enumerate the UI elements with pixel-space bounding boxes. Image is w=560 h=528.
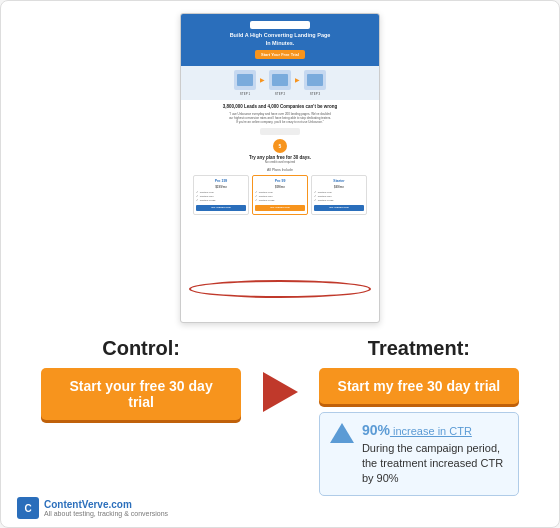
lp-trial-circle: 5 [273, 139, 287, 153]
lp-plan-feature: ✓ Feature One [255, 191, 305, 194]
cv-brand-name: ContentVerve.com [44, 499, 168, 510]
lp-step-2: STEP 2 [269, 70, 291, 96]
cv-icon-letter: C [24, 503, 31, 514]
lp-step-arrow-2: ▶ [295, 76, 300, 83]
lp-plan-name-pro199: Pro 199 [196, 179, 246, 183]
lp-trial-sub: No credit card required [189, 160, 371, 164]
lp-plan-price-pro99: $99/mo [255, 185, 305, 189]
lp-plan-starter: Starter $49/mo ✓ Feature One ✓ Feature T… [311, 175, 367, 215]
lp-plans: Pro 199 $199/mo ✓ Feature One ✓ Feature … [189, 175, 371, 215]
lp-body: 3,800,000 Leads and 4,000 Companies can'… [181, 100, 379, 225]
treatment-label: Treatment: [368, 337, 470, 360]
lp-plan-feature: ✓ Feature One [314, 191, 364, 194]
ctr-percent-value: 90% [362, 422, 390, 438]
direction-arrow-icon [263, 372, 298, 412]
lp-screenshot: Build A High Converting Landing PageIn M… [180, 13, 380, 323]
lp-plans-label: All Plans Include [189, 168, 371, 172]
lp-plan-cta-pro199[interactable]: Get Started Now [196, 205, 246, 211]
lp-step-3: STEP 3 [304, 70, 326, 96]
lp-plan-feature: ✓ Feature Two [314, 195, 364, 198]
cv-tagline: All about testing, tracking & conversion… [44, 510, 168, 517]
cv-name-main: ContentVerve [44, 499, 108, 510]
lp-header: Build A High Converting Landing PageIn M… [181, 14, 379, 66]
main-container: Build A High Converting Landing PageIn M… [0, 0, 560, 528]
ctr-up-arrow-icon [330, 423, 354, 443]
content-verve-brand: C ContentVerve.com All about testing, tr… [17, 497, 168, 519]
cv-text-block: ContentVerve.com All about testing, trac… [44, 499, 168, 517]
content-verve-icon: C [17, 497, 39, 519]
lp-plan-feature: ✓ Feature One [196, 191, 246, 194]
treatment-cta-button[interactable]: Start my free 30 day trial [319, 368, 519, 404]
ctr-description: During the campaign period, the treatmen… [362, 442, 503, 485]
lp-trial-section: 5 Try any plan free for 30 days. No cred… [189, 139, 371, 164]
ctr-text: 90% increase in CTR During the campaign … [362, 421, 508, 487]
lp-plan-feature: ✓ Feature Three [314, 199, 364, 202]
lp-plan-price-starter: $49/mo [314, 185, 364, 189]
cv-tld: .com [108, 499, 131, 510]
lp-plan-feature: ✓ Feature Two [255, 195, 305, 198]
lp-social-proof-headline: 3,800,000 Leads and 4,000 Companies can'… [189, 104, 371, 109]
lp-plan-feature: ✓ Feature Three [196, 199, 246, 202]
lp-plan-pro199: Pro 199 $199/mo ✓ Feature One ✓ Feature … [193, 175, 249, 215]
lp-plan-feature: ✓ Feature Three [255, 199, 305, 202]
lp-steps-row: STEP 1 ▶ STEP 2 ▶ STEP 3 [181, 66, 379, 100]
lp-plan-name-pro99: Pro 99 [255, 179, 305, 183]
control-label: Control: [102, 337, 180, 360]
lp-plan-cta-pro99[interactable]: Get Started Now [255, 205, 305, 211]
ctr-increase-label: increase in CTR [390, 425, 472, 437]
lp-kissmetrics [189, 128, 371, 135]
lp-step-arrow-1: ▶ [260, 76, 265, 83]
arrow-container [255, 372, 305, 412]
bottom-section: Control: Start your free 30 day trial Tr… [17, 337, 543, 496]
lp-plan-pro99: Pro 99 $99/mo ✓ Feature One ✓ Feature Tw… [252, 175, 308, 215]
control-cta-button[interactable]: Start your free 30 day trial [41, 368, 241, 420]
lp-plan-feature: ✓ Feature Two [196, 195, 246, 198]
control-section: Control: Start your free 30 day trial [27, 337, 255, 420]
lp-plan-price-pro199: $199/mo [196, 185, 246, 189]
lp-logo [250, 21, 310, 29]
ctr-result-box: 90% increase in CTR During the campaign … [319, 412, 519, 496]
lp-quote: "I use Unbounce everyday and have over 2… [189, 112, 371, 125]
lp-header-cta[interactable]: Start Your Free Trial [255, 50, 305, 59]
kissmetrics-logo [260, 128, 300, 135]
lp-step-1: STEP 1 [234, 70, 256, 96]
lp-plan-cta-starter[interactable]: Get Started Now [314, 205, 364, 211]
lp-ellipse-highlight [189, 280, 371, 298]
lp-header-title: Build A High Converting Landing PageIn M… [230, 32, 331, 46]
treatment-section: Treatment: Start my free 30 day trial 90… [305, 337, 533, 496]
lp-plan-name-starter: Starter [314, 179, 364, 183]
